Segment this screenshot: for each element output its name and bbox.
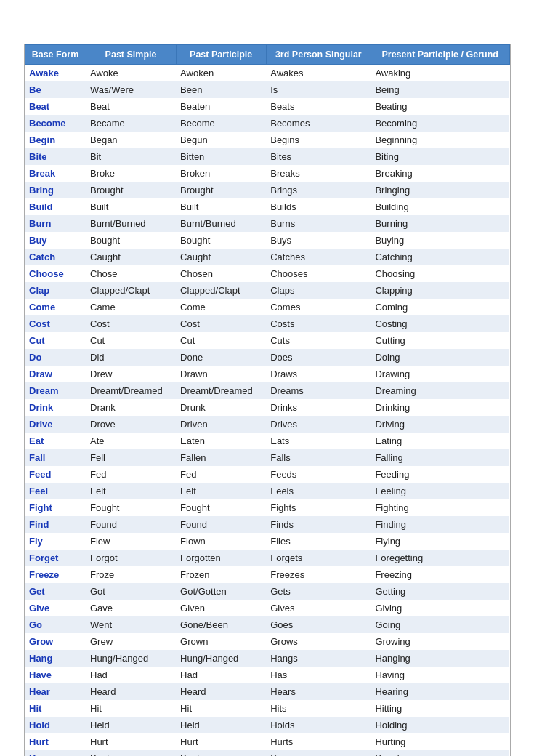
table-row: FreezeFrozeFrozenFreezesFreezing xyxy=(25,566,509,583)
verb-cell: Becomes xyxy=(266,115,371,132)
verb-cell: Feeding xyxy=(371,466,509,483)
table-row: HangHung/HangedHung/HangedHangsHanging xyxy=(25,650,509,667)
verb-cell: Grows xyxy=(266,633,371,650)
verb-cell: Became xyxy=(86,115,176,132)
verb-cell: Become xyxy=(176,115,266,132)
base-form-cell: Fly xyxy=(25,533,86,550)
verb-table-container: Base FormPast SimplePast Participle3rd P… xyxy=(24,44,511,756)
verb-cell: Cuts xyxy=(266,332,371,349)
verb-cell: Gets xyxy=(266,583,371,600)
verb-cell: Breaks xyxy=(266,165,371,182)
verb-cell: Caught xyxy=(176,249,266,265)
verb-cell: Drinking xyxy=(371,399,509,416)
verb-cell: Got/Gotten xyxy=(176,583,266,600)
base-form-cell: Eat xyxy=(25,433,86,449)
verb-cell: Chosen xyxy=(176,265,266,282)
base-form-cell: Hear xyxy=(25,683,86,700)
col-header-0: Base Form xyxy=(25,45,86,65)
verb-cell: Fought xyxy=(86,499,176,516)
table-row: FallFellFallenFallsFalling xyxy=(25,449,509,466)
table-row: DreamDreamt/DreamedDreamt/DreamedDreamsD… xyxy=(25,382,509,399)
table-header-row: Base FormPast SimplePast Participle3rd P… xyxy=(25,45,509,65)
base-form-cell: Draw xyxy=(25,366,86,382)
verb-cell: Catches xyxy=(266,249,371,265)
verb-cell: Eats xyxy=(266,433,371,449)
table-row: BeginBeganBegunBeginsBeginning xyxy=(25,132,509,148)
verb-cell: Heard xyxy=(86,683,176,700)
verb-cell: Does xyxy=(266,349,371,366)
col-header-3: 3rd Person Singular xyxy=(266,45,371,65)
verb-cell: Falling xyxy=(371,449,509,466)
table-row: EatAteEatenEatsEating xyxy=(25,433,509,449)
verb-cell: Heard xyxy=(176,683,266,700)
verb-cell: Freezes xyxy=(266,566,371,583)
verb-cell: Biting xyxy=(371,148,509,165)
verb-cell: Choosing xyxy=(371,265,509,282)
base-form-cell: Come xyxy=(25,299,86,315)
base-form-cell: Be xyxy=(25,81,86,98)
verb-cell: Fighting xyxy=(371,499,509,516)
col-header-1: Past Simple xyxy=(86,45,176,65)
base-form-cell: Keep xyxy=(25,750,86,756)
verb-cell: Eating xyxy=(371,433,509,449)
base-form-cell: Do xyxy=(25,349,86,366)
table-row: GrowGrewGrownGrowsGrowing xyxy=(25,633,509,650)
verb-cell: Held xyxy=(176,717,266,733)
verb-cell: Bought xyxy=(176,232,266,249)
verb-cell: Flies xyxy=(266,533,371,550)
base-form-cell: Break xyxy=(25,165,86,182)
table-row: FindFoundFoundFindsFinding xyxy=(25,516,509,533)
verb-cell: Flew xyxy=(86,533,176,550)
verb-cell: Beats xyxy=(266,98,371,115)
verb-cell: Gives xyxy=(266,600,371,616)
verb-cell: Clapped/Clapt xyxy=(86,282,176,299)
verb-cell: Had xyxy=(176,667,266,683)
verb-cell: Getting xyxy=(371,583,509,600)
base-form-cell: Give xyxy=(25,600,86,616)
base-form-cell: Catch xyxy=(25,249,86,265)
base-form-cell: Drive xyxy=(25,416,86,433)
verb-cell: Falls xyxy=(266,449,371,466)
verb-cell: Fights xyxy=(266,499,371,516)
verb-cell: Got xyxy=(86,583,176,600)
verb-cell: Bought xyxy=(86,232,176,249)
base-form-cell: Hit xyxy=(25,700,86,717)
base-form-cell: Hold xyxy=(25,717,86,733)
verb-cell: Hit xyxy=(86,700,176,717)
verb-cell: Hurts xyxy=(266,733,371,750)
base-form-cell: Bring xyxy=(25,182,86,198)
verb-cell: Beginning xyxy=(371,132,509,148)
table-row: FeelFeltFeltFeelsFeeling xyxy=(25,483,509,499)
verb-cell: Felt xyxy=(86,483,176,499)
verb-cell: Bites xyxy=(266,148,371,165)
table-row: KeepKeptKeptKeepsKeeping xyxy=(25,750,509,756)
table-row: CatchCaughtCaughtCatchesCatching xyxy=(25,249,509,265)
verb-cell: Bringing xyxy=(371,182,509,198)
verb-cell: Beat xyxy=(86,98,176,115)
base-form-cell: Begin xyxy=(25,132,86,148)
verb-cell: Brought xyxy=(176,182,266,198)
col-header-4: Present Participle / Gerund xyxy=(371,45,509,65)
verb-cell: Drawn xyxy=(176,366,266,382)
verb-cell: Holds xyxy=(266,717,371,733)
verb-cell: Fed xyxy=(86,466,176,483)
verb-cell: Costing xyxy=(371,315,509,332)
verb-cell: Hits xyxy=(266,700,371,717)
col-header-2: Past Participle xyxy=(176,45,266,65)
verb-cell: Buying xyxy=(371,232,509,249)
base-form-cell: Bite xyxy=(25,148,86,165)
verb-cell: Costs xyxy=(266,315,371,332)
base-form-cell: Drink xyxy=(25,399,86,416)
verb-cell: Awoken xyxy=(176,65,266,82)
verb-cell: Grown xyxy=(176,633,266,650)
verb-cell: Holding xyxy=(371,717,509,733)
table-row: HurtHurtHurtHurtsHurting xyxy=(25,733,509,750)
verb-cell: Hung/Hanged xyxy=(176,650,266,667)
verb-cell: Kept xyxy=(86,750,176,756)
verb-cell: Drawing xyxy=(371,366,509,382)
verb-cell: Cutting xyxy=(371,332,509,349)
verb-cell: Chooses xyxy=(266,265,371,282)
verb-cell: Driving xyxy=(371,416,509,433)
table-row: HoldHeldHeldHoldsHolding xyxy=(25,717,509,733)
verb-cell: Began xyxy=(86,132,176,148)
